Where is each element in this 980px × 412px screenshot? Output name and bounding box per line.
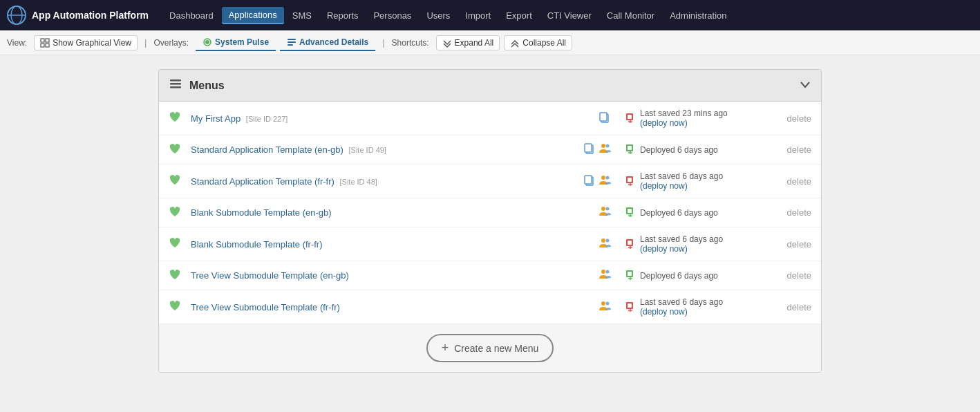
deploy-now-link[interactable]: (deploy now): [640, 181, 723, 191]
people-icon[interactable]: [599, 174, 611, 189]
menu-item-name[interactable]: My First App [Site ID 227]: [191, 113, 569, 124]
nav-applications[interactable]: Applications: [222, 7, 284, 24]
people-icon[interactable]: [599, 205, 611, 220]
nav-users[interactable]: Users: [420, 8, 457, 24]
nav-call-monitor[interactable]: Call Monitor: [600, 8, 661, 24]
status-icon: [169, 111, 182, 125]
menu-item-name[interactable]: Standard Application Template (en-gb) [S…: [191, 144, 569, 155]
deploy-now-link[interactable]: (deploy now): [640, 307, 723, 317]
copy-icon[interactable]: [583, 142, 596, 157]
main-content: Menus My First App [Site ID 227]: [0, 55, 980, 386]
status-text: Deployed 6 days ago: [640, 145, 718, 155]
delete-link[interactable]: delete: [777, 113, 811, 124]
delete-link[interactable]: delete: [777, 144, 811, 155]
status-text: Deployed 6 days ago: [640, 208, 718, 218]
svg-point-32: [606, 176, 610, 179]
advanced-details-icon: [287, 37, 296, 47]
svg-rect-5: [41, 44, 44, 47]
hamburger-icon: [169, 77, 182, 94]
people-icon[interactable]: [599, 142, 611, 157]
menu-item-name[interactable]: Standard Application Template (fr-fr) [S…: [191, 176, 569, 187]
menu-item-icons: [569, 111, 611, 126]
svg-point-43: [601, 238, 605, 243]
svg-rect-46: [628, 241, 632, 245]
svg-point-31: [601, 176, 605, 180]
collapse-menus-icon[interactable]: [799, 78, 811, 93]
table-row: Tree View Submodule Template (fr-fr) Las…: [159, 290, 821, 324]
menu-item-name[interactable]: Blank Submodule Template (en-gb): [191, 207, 569, 218]
svg-rect-12: [170, 79, 181, 82]
nav-export[interactable]: Export: [499, 8, 539, 24]
nav-administration[interactable]: Administration: [663, 8, 733, 24]
people-icon[interactable]: [599, 268, 611, 283]
delete-link[interactable]: delete: [777, 302, 811, 312]
copy-icon[interactable]: [599, 111, 611, 126]
svg-point-24: [606, 144, 610, 148]
svg-point-8: [205, 40, 209, 44]
deploy-status-icon: [625, 175, 636, 188]
table-row: Tree View Submodule Template (en-gb) Dep…: [159, 261, 821, 290]
svg-rect-16: [600, 113, 607, 121]
menu-item-name[interactable]: Blank Submodule Template (fr-fr): [191, 239, 569, 250]
collapse-all-button[interactable]: Collapse All: [504, 35, 572, 50]
deploy-status-icon: [625, 301, 636, 314]
nav-reports[interactable]: Reports: [320, 8, 366, 24]
status-icon: [169, 237, 182, 251]
svg-rect-6: [46, 44, 49, 47]
svg-rect-9: [288, 39, 296, 40]
nav-sms[interactable]: SMS: [285, 8, 319, 24]
menu-item-status: Deployed 6 days ago: [625, 206, 777, 219]
svg-rect-11: [288, 44, 293, 46]
table-row: My First App [Site ID 227] Last saved 23…: [159, 102, 821, 135]
menu-item-name[interactable]: Tree View Submodule Template (en-gb): [191, 270, 569, 281]
menu-items-list: My First App [Site ID 227] Last saved 23…: [159, 102, 821, 324]
show-graphical-button[interactable]: Show Graphical View: [34, 35, 138, 50]
menu-item-status: Last saved 23 mins ago (deploy now): [625, 109, 777, 128]
menu-item-status: Deployed 6 days ago: [625, 143, 777, 156]
people-icon[interactable]: [599, 237, 611, 252]
delete-link[interactable]: delete: [777, 176, 811, 187]
brand: App Automation Platform: [7, 6, 149, 25]
overlays-label: Overlays:: [153, 38, 189, 48]
create-new-menu-button[interactable]: + Create a new Menu: [426, 334, 554, 362]
menus-header: Menus: [159, 70, 821, 102]
deploy-now-link[interactable]: (deploy now): [640, 118, 728, 128]
svg-rect-26: [628, 146, 632, 150]
nav-links: Dashboard Applications SMS Reports Perso…: [162, 7, 973, 24]
menu-item-status: Deployed 6 days ago: [625, 269, 777, 282]
advanced-details-tab[interactable]: Advanced Details: [280, 35, 375, 51]
svg-rect-22: [585, 144, 592, 152]
menu-item-name[interactable]: Tree View Submodule Template (fr-fr): [191, 302, 569, 312]
deploy-status-icon: [625, 143, 636, 156]
status-text: Last saved 6 days ago: [640, 297, 723, 307]
nav-import[interactable]: Import: [458, 8, 498, 24]
people-icon[interactable]: [599, 300, 611, 315]
menu-item-status: Last saved 6 days ago (deploy now): [625, 297, 777, 317]
copy-icon[interactable]: [583, 174, 596, 189]
expand-all-button[interactable]: Expand All: [436, 35, 500, 50]
svg-rect-58: [628, 303, 632, 308]
graphical-icon: [40, 38, 50, 48]
deploy-status-icon: [625, 238, 636, 251]
plus-icon: +: [442, 341, 449, 355]
shortcuts-label: Shortcuts:: [392, 38, 429, 48]
menu-item-icons: [569, 174, 611, 189]
expand-all-icon: [442, 38, 452, 48]
svg-point-23: [601, 144, 605, 148]
nav-cti-viewer[interactable]: CTI Viewer: [540, 8, 599, 24]
delete-link[interactable]: delete: [777, 207, 811, 218]
status-text: Deployed 6 days ago: [640, 271, 718, 281]
system-pulse-tab[interactable]: System Pulse: [196, 35, 276, 51]
nav-dashboard[interactable]: Dashboard: [162, 8, 220, 24]
menus-header-left: Menus: [169, 77, 225, 94]
svg-point-44: [606, 238, 610, 242]
nav-personas[interactable]: Personas: [366, 8, 418, 24]
menu-item-icons: [569, 268, 611, 283]
delete-link[interactable]: delete: [777, 239, 811, 250]
svg-rect-10: [288, 41, 296, 43]
delete-link[interactable]: delete: [777, 270, 811, 281]
separator-2: |: [382, 37, 384, 48]
menus-panel: Menus My First App [Site ID 227]: [158, 69, 822, 373]
deploy-now-link[interactable]: (deploy now): [640, 244, 723, 254]
status-icon: [169, 206, 182, 220]
